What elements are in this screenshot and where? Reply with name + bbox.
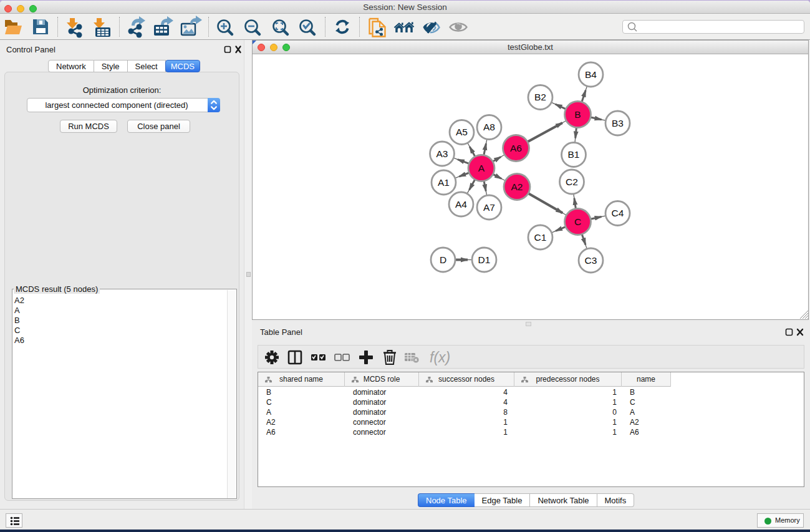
svg-text:B4: B4 [585, 69, 597, 80]
svg-text:A6: A6 [510, 143, 522, 153]
svg-text:f(x): f(x) [430, 349, 450, 365]
svg-text:D1: D1 [478, 254, 491, 265]
svg-text:A7: A7 [483, 202, 495, 213]
svg-text:C: C [574, 216, 581, 227]
svg-text:B2: B2 [534, 92, 546, 102]
svg-text:A1: A1 [438, 177, 450, 188]
svg-text:C2: C2 [566, 177, 578, 187]
svg-text:A: A [478, 163, 485, 173]
svg-text:A8: A8 [483, 122, 495, 132]
svg-text:B1: B1 [568, 149, 580, 160]
svg-text:A4: A4 [455, 199, 467, 210]
svg-text:D: D [440, 254, 446, 265]
svg-text:A3: A3 [436, 148, 448, 159]
svg-text:B3: B3 [612, 118, 624, 128]
svg-text:C3: C3 [585, 255, 597, 266]
svg-text:C1: C1 [534, 232, 547, 243]
svg-text:A5: A5 [456, 127, 468, 137]
svg-text:A2: A2 [511, 181, 523, 192]
svg-text:C4: C4 [612, 208, 624, 218]
svg-text:B: B [574, 109, 581, 120]
